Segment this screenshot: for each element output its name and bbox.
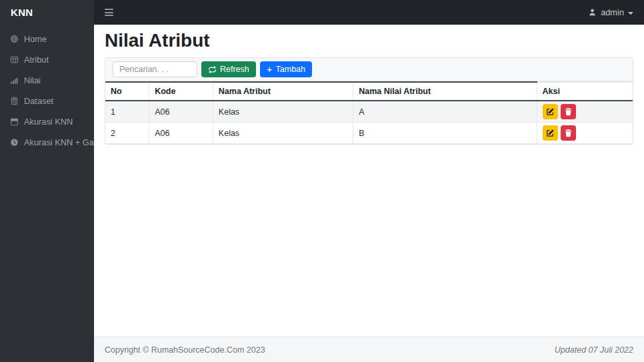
table-body: 1A06KelasA2A06KelasB — [105, 101, 633, 144]
clock-icon — [10, 138, 19, 147]
table-row: 2A06KelasB — [105, 123, 633, 144]
sidebar-item-atribut[interactable]: Atribut — [0, 49, 94, 70]
caret-down-icon — [628, 12, 633, 15]
column-header-no: No — [105, 82, 149, 101]
sidebar-item-label: Nilai — [24, 75, 41, 85]
main-area: admin Nilai Atribut Refresh + Tambah NoK… — [94, 0, 644, 362]
sidebar-item-akurasi-knn[interactable]: Akurasi KNN — [0, 111, 94, 132]
sidebar-item-akurasi-knn-gain[interactable]: Akurasi KNN + Gain — [0, 132, 94, 153]
sidebar-item-label: Akurasi KNN + Gain — [24, 137, 101, 147]
sidebar-item-nilai[interactable]: Nilai — [0, 70, 94, 91]
cell-nama-atribut: Kelas — [213, 123, 353, 144]
calculator-icon — [10, 97, 19, 105]
delete-button[interactable] — [561, 125, 576, 141]
updated-text: Updated 07 Juli 2022 — [555, 345, 633, 355]
main-table: NoKodeNama AtributNama Nilai AtributAksi… — [105, 81, 633, 144]
sidebar: KNN HomeAtributNilaiDatasetAkurasi KNNAk… — [0, 0, 94, 362]
trash-icon — [564, 107, 573, 116]
edit-button[interactable] — [543, 125, 558, 141]
copyright-text: Copyright © RumahSourceCode.Com 2023 — [105, 345, 265, 355]
user-dropdown[interactable]: admin — [588, 7, 633, 17]
table-icon — [10, 55, 19, 64]
topbar: admin — [94, 0, 644, 25]
sidebar-item-label: Atribut — [24, 55, 49, 65]
refresh-button[interactable]: Refresh — [201, 61, 256, 77]
table-row: 1A06KelasA — [105, 101, 633, 123]
table-head: NoKodeNama AtributNama Nilai AtributAksi — [105, 82, 633, 101]
user-name-label: admin — [601, 7, 624, 17]
hamburger-icon — [105, 9, 113, 10]
add-button[interactable]: + Tambah — [260, 61, 312, 77]
column-header-aksi: Aksi — [537, 82, 633, 101]
cell-kode: A06 — [149, 123, 213, 144]
refresh-icon — [208, 65, 217, 74]
app-brand[interactable]: KNN — [0, 0, 94, 27]
globe-icon — [10, 35, 19, 43]
delete-button[interactable] — [561, 104, 576, 119]
calendar-icon — [10, 117, 19, 126]
sidebar-item-label: Home — [24, 34, 47, 44]
search-input[interactable] — [113, 61, 197, 77]
bar-chart-icon — [10, 76, 19, 85]
page-title: Nilai Atribut — [105, 30, 633, 51]
cell-no: 2 — [105, 123, 149, 144]
trash-icon — [564, 129, 573, 137]
column-header-kode: Kode — [149, 82, 213, 101]
sidebar-toggle-button[interactable] — [105, 9, 113, 16]
add-button-label: Tambah — [276, 65, 305, 74]
edit-button[interactable] — [543, 104, 558, 119]
sidebar-nav: HomeAtributNilaiDatasetAkurasi KNNAkuras… — [0, 27, 94, 153]
column-header-nama-atribut: Nama Atribut — [213, 82, 353, 101]
cell-nama-atribut: Kelas — [213, 101, 353, 123]
person-icon — [588, 8, 597, 17]
footer: Copyright © RumahSourceCode.Com 2023 Upd… — [94, 337, 644, 362]
sidebar-item-label: Dataset — [24, 96, 53, 106]
plus-icon: + — [267, 64, 273, 74]
table-toolbar: Refresh + Tambah — [105, 58, 633, 81]
column-header-nama-nilai-atribut: Nama Nilai Atribut — [353, 82, 537, 101]
pencil-square-icon — [546, 107, 555, 116]
sidebar-item-dataset[interactable]: Dataset — [0, 91, 94, 111]
sidebar-item-label: Akurasi KNN — [24, 117, 73, 127]
cell-kode: A06 — [149, 101, 213, 123]
cell-aksi — [537, 123, 633, 144]
refresh-button-label: Refresh — [220, 65, 249, 74]
content: Nilai Atribut Refresh + Tambah NoKodeNam… — [94, 25, 644, 337]
cell-aksi — [537, 101, 633, 123]
sidebar-item-home[interactable]: Home — [0, 29, 94, 49]
pencil-square-icon — [546, 129, 555, 137]
table-header-row: NoKodeNama AtributNama Nilai AtributAksi — [105, 82, 633, 101]
data-card: Refresh + Tambah NoKodeNama AtributNama … — [105, 57, 633, 145]
cell-no: 1 — [105, 101, 149, 123]
cell-nama-nilai-atribut: B — [353, 123, 537, 144]
cell-nama-nilai-atribut: A — [353, 101, 537, 123]
